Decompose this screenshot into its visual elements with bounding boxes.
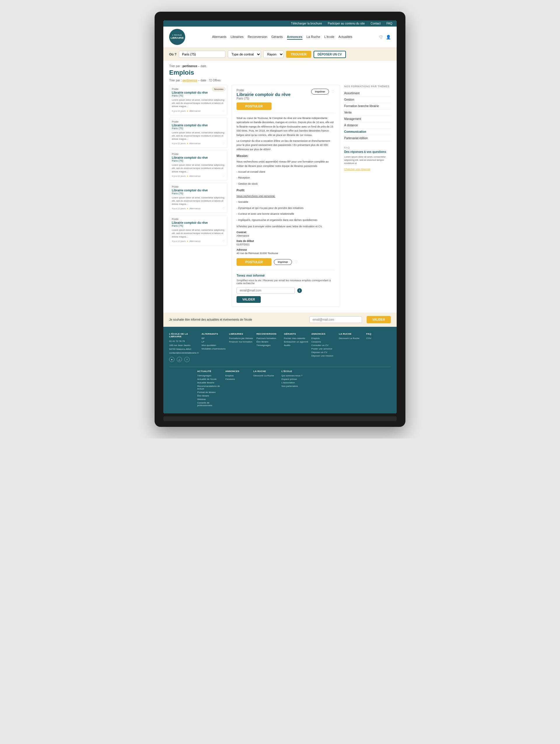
post-label: Poste	[172, 185, 225, 188]
footer-link-cgv[interactable]: CGV	[366, 337, 391, 340]
topbar-link-brochure[interactable]: Télécharger la brochure	[291, 22, 322, 25]
footer-link-deposer-mission[interactable]: Déposer une mission	[312, 355, 336, 357]
job-location: Paris (75)	[172, 224, 225, 227]
job-card[interactable]: Poste Librairie comptoir du rêve Paris (…	[169, 215, 228, 246]
print-button-bottom[interactable]: Imprimer	[274, 259, 292, 265]
footer-link-portrait[interactable]: Portrait de libraire	[197, 391, 222, 394]
footer-link-recommandations[interactable]: Recommandations de lecture	[197, 385, 222, 390]
nav-item-actualites[interactable]: Actualités	[338, 34, 352, 40]
twitter-icon[interactable]: △	[177, 357, 182, 362]
nav-item-gerants[interactable]: Gérants	[271, 34, 283, 40]
sidebar-link-formation-branche[interactable]: Formation branche librairie	[344, 103, 391, 109]
sidebar-link-vente[interactable]: Vente	[344, 109, 391, 116]
user-icon[interactable]: 👤	[386, 35, 391, 39]
job-card[interactable]: Poste Librairie comptoir du rêve Paris (…	[169, 150, 228, 180]
sort-date[interactable]: date	[200, 79, 206, 82]
faq-title: Des réponses à vos questions	[344, 150, 391, 153]
favorite-heart[interactable]: ♡	[222, 142, 225, 145]
footer-link-poster-annonce[interactable]: Poster une annonce	[312, 347, 336, 350]
sidebar-link-communication[interactable]: Communication	[344, 129, 391, 135]
job-card[interactable]: Nouveau Poste Librairie comptoir du rêve…	[169, 85, 228, 115]
email-alert-input[interactable]	[237, 287, 295, 294]
logo[interactable]: L'ÉCOLE LIBRAIRIE	[169, 29, 185, 45]
footer-link-temoignages2[interactable]: Témoignages	[197, 374, 222, 377]
footer-link-association[interactable]: L'association	[281, 381, 307, 384]
newsletter-valider-button[interactable]: VALIDER	[367, 316, 391, 323]
footer-link-emplois2[interactable]: Emplois	[226, 374, 250, 377]
job-card[interactable]: Poste Librairie comptoir du rêve Paris (…	[169, 118, 228, 148]
footer-link-partenaires[interactable]: Nos partenaires	[281, 385, 307, 387]
facebook-icon[interactable]: f	[184, 357, 190, 362]
sidebar-link-gestion[interactable]: Gestion	[344, 97, 391, 103]
nav-item-annonces[interactable]: Annonces	[287, 34, 303, 40]
footer-link-lp[interactable]: LP	[202, 340, 226, 343]
email-alert-valider-button[interactable]: VALIDER	[237, 296, 261, 303]
favorites-icon[interactable]: ♡	[379, 35, 383, 39]
sidebar-link-assortiment[interactable]: Assortiment	[344, 90, 391, 97]
sidebar-link-management[interactable]: Management	[344, 116, 391, 122]
search-location-input[interactable]	[179, 51, 226, 58]
footer-link-etre-libraire[interactable]: Être libraire	[256, 340, 281, 343]
postuler-button-top[interactable]: POSTULER	[237, 102, 272, 110]
footer-link-modalites[interactable]: Modalités d'admissions	[202, 347, 226, 350]
footer-link-qui-sommes[interactable]: Qui sommes-nous ?	[281, 374, 307, 377]
search-rayon-select[interactable]: Rayon	[264, 50, 284, 58]
footer-link-decouvrir-ruche[interactable]: Découvrir La Ruche	[339, 337, 363, 340]
footer-link-parcours[interactable]: Parcours formation	[256, 337, 281, 340]
topbar-link-participate[interactable]: Participer au contenu du site	[328, 22, 365, 25]
footer-link-deposer-cv[interactable]: Déposer un CV	[312, 351, 336, 354]
footer-link-quotidien[interactable]: Mon quotidien	[202, 344, 226, 347]
footer-link-actualite-librairie[interactable]: Actualité librairie	[197, 381, 222, 384]
detail-favorite-heart[interactable]: ♡	[331, 89, 335, 94]
profile-item-3: - Curieux et avec une bonne aisance rela…	[237, 212, 335, 216]
main-nav: Alternants Librairies Reconversion Géran…	[191, 34, 373, 40]
footer-link-formations-themes[interactable]: Formations par thèmes	[229, 337, 253, 340]
footer-link-espace-presse[interactable]: Espace presse	[281, 378, 307, 380]
job-card[interactable]: Poste Librairie comptoir du rêve Paris (…	[169, 183, 228, 213]
footer-link-financer[interactable]: Financer ma formation	[229, 340, 253, 343]
detail-favorite-heart-bottom[interactable]: ♡	[294, 260, 298, 264]
print-button[interactable]: Imprimer	[311, 89, 329, 95]
detail-para2: Le Comptoir du rêve a vocation d'être un…	[237, 139, 335, 151]
nav-item-reconversion[interactable]: Reconversion	[248, 34, 267, 40]
footer-link-bp[interactable]: BP	[202, 337, 226, 340]
faq-link[interactable]: Chercher une réponse	[344, 168, 370, 171]
nav-item-alternants[interactable]: Alternants	[212, 34, 227, 40]
favorite-heart[interactable]: ♡	[222, 239, 225, 243]
profile-item-1: - Sociable	[237, 200, 335, 204]
footer-lecole-title: L'ÉCOLE	[281, 370, 307, 373]
footer-bottom-grid: ACTUALITÉ Témoignages Actualité de l'éco…	[169, 367, 391, 408]
footer-link-emplois[interactable]: Emplois	[312, 337, 336, 340]
find-button[interactable]: TROUVER	[286, 51, 311, 58]
footer-link-cessions2[interactable]: Cessions	[226, 378, 250, 380]
nav-item-laruche[interactable]: La Ruche	[307, 34, 320, 40]
mission-item-2: - Réception	[237, 176, 335, 180]
sidebar-link-partenariat[interactable]: Partenariat édition	[344, 135, 391, 142]
footer-link-temoignages[interactable]: Témoignages	[256, 344, 281, 347]
nav-item-librairies[interactable]: Librairies	[230, 34, 244, 40]
footer-link-consulter-cv[interactable]: Consulter un CV	[312, 344, 336, 347]
sort-pertinence[interactable]: pertinence	[183, 79, 197, 82]
footer-link-former-salaries[interactable]: Former mes salariés	[284, 337, 308, 340]
footer-link-embaucher[interactable]: Embaucher un apprenti	[284, 340, 308, 343]
nav-item-lecole[interactable]: L'école	[324, 34, 334, 40]
postuler-button-bottom[interactable]: POSTULER	[237, 258, 272, 266]
deposit-cv-button[interactable]: DÉPOSER UN CV	[314, 51, 346, 58]
footer-link-audits[interactable]: Audits	[284, 344, 308, 347]
footer-link-decouvrir-ruche2[interactable]: Découvrir La Ruche	[253, 374, 279, 377]
search-contract-select[interactable]: Type de contrat	[228, 50, 261, 58]
favorite-heart[interactable]: ♡	[222, 175, 225, 178]
footer-link-etre-libraire2[interactable]: Être libraire	[197, 395, 222, 397]
footer-link-conseils[interactable]: Conseils de professionnels	[197, 402, 222, 407]
footer-link-cessions[interactable]: Cessions	[312, 340, 336, 343]
favorite-heart[interactable]: ♡	[222, 109, 225, 113]
topbar-link-faq[interactable]: FAQ	[387, 22, 392, 25]
topbar-link-contact[interactable]: Contact	[371, 22, 381, 25]
footer-link-actualite-ecole[interactable]: Actualité de l'école	[197, 378, 222, 380]
newsletter-email-input[interactable]	[310, 316, 362, 323]
footer: L'ÉCOLE DE LA LIBRAIRIE 01 41 72 78 79 1…	[163, 327, 397, 413]
footer-link-webinar[interactable]: Webinar	[197, 398, 222, 401]
sidebar-link-adistance[interactable]: À distance	[344, 122, 391, 129]
instagram-icon[interactable]: ●	[169, 357, 174, 362]
favorite-heart[interactable]: ♡	[222, 207, 225, 210]
